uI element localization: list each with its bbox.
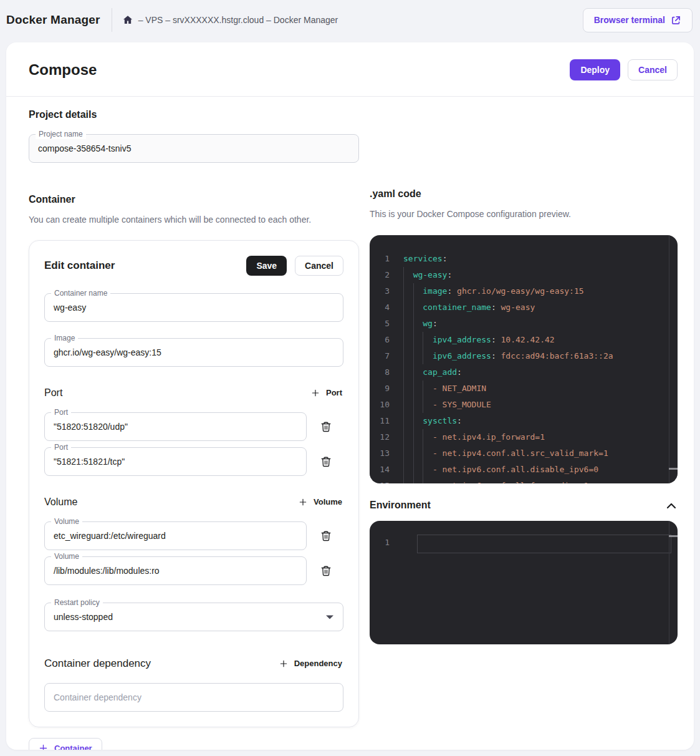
indent-guide	[403, 316, 404, 332]
line-number: 1	[370, 251, 403, 267]
breadcrumb: – VPS – srvXXXXXX.hstgr.cloud – Docker M…	[122, 14, 338, 26]
volume-section-title: Volume	[44, 497, 77, 508]
save-button[interactable]: Save	[246, 256, 287, 276]
image-value: ghcr.io/wg-easy/wg-easy:15	[54, 347, 161, 357]
environment-editor[interactable]: 1	[370, 521, 678, 644]
line-number: 13	[370, 445, 403, 462]
indent-guide	[423, 332, 423, 348]
container-dependency-placeholder: Container dependency	[54, 692, 141, 702]
edit-cancel-button[interactable]: Cancel	[295, 256, 343, 276]
line-number: 9	[370, 380, 403, 397]
yaml-code-line: 3image: ghcr.io/wg-easy/wg-easy:15	[370, 283, 678, 299]
restart-policy-value: unless-stopped	[54, 612, 113, 622]
page-cancel-button[interactable]: Cancel	[628, 59, 678, 80]
trash-icon	[320, 530, 332, 541]
indent-guide	[403, 332, 404, 348]
yaml-code-line: 4container_name: wg-easy	[370, 299, 678, 316]
indent-guide	[403, 462, 404, 478]
line-number: 3	[370, 283, 403, 299]
plus-icon	[39, 744, 48, 750]
volume-value: etc_wireguard:/etc/wireguard	[54, 531, 166, 541]
port-row: Port "51821:51821/tcp"	[44, 447, 343, 476]
indent-guide	[413, 332, 414, 348]
plus-icon	[311, 389, 320, 397]
page-title: Compose	[29, 61, 97, 79]
line-number: 15	[370, 478, 403, 483]
edit-container-card: Edit container Save Cancel Container nam…	[29, 240, 359, 727]
indent-guide	[403, 380, 404, 397]
indent-guide	[403, 299, 404, 316]
indent-guide	[413, 462, 414, 478]
restart-policy-label: Restart policy	[51, 598, 103, 608]
volume-field-2[interactable]: Volume /lib/modules:/lib/modules:ro	[44, 556, 307, 585]
indent-guide	[413, 445, 414, 462]
yaml-code-line: 5wg:	[370, 316, 678, 332]
home-icon[interactable]	[122, 14, 133, 26]
line-number: 6	[370, 332, 403, 348]
indent-guide	[403, 445, 404, 462]
top-bar: Docker Manager – VPS – srvXXXXXX.hstgr.c…	[0, 0, 700, 40]
volume-field-1[interactable]: Volume etc_wireguard:/etc/wireguard	[44, 521, 307, 550]
browser-terminal-button[interactable]: Browser terminal	[583, 8, 693, 32]
yaml-code-line: 8cap_add:	[370, 364, 678, 380]
add-port-button[interactable]: Port	[310, 385, 343, 400]
breadcrumb-text: – VPS – srvXXXXXX.hstgr.cloud – Docker M…	[138, 15, 338, 25]
indent-guide	[403, 267, 404, 283]
editor-scrollbar-thumb[interactable]	[669, 468, 678, 470]
add-volume-button[interactable]: Volume	[297, 495, 343, 509]
page-bottom-gutter	[0, 750, 700, 756]
deploy-button[interactable]: Deploy	[570, 59, 620, 80]
yaml-code-editor[interactable]: 1services:2wg-easy:3image: ghcr.io/wg-ea…	[370, 235, 678, 483]
chevron-down-icon	[325, 614, 334, 620]
delete-volume-button[interactable]	[319, 529, 333, 543]
delete-port-button[interactable]	[319, 420, 333, 434]
line-number: 10	[370, 397, 403, 413]
page-header: Compose Deploy Cancel	[6, 42, 694, 97]
line-number: 7	[370, 348, 403, 364]
line-number: 8	[370, 364, 403, 380]
editor-scrollbar-track[interactable]	[669, 235, 669, 483]
port-label: Port	[51, 408, 71, 417]
delete-volume-button[interactable]	[319, 564, 333, 578]
indent-guide	[403, 397, 404, 413]
indent-guide	[403, 348, 404, 364]
port-label: Port	[51, 443, 71, 452]
line-number: 1	[370, 535, 403, 551]
yaml-code-line: 15- net.ipv6.conf.all.forwarding=1	[370, 478, 678, 483]
port-section-title: Port	[44, 387, 62, 399]
container-dependency-field[interactable]: Container dependency	[44, 683, 343, 712]
indent-guide	[403, 364, 404, 380]
port-value: "51820:51820/udp"	[54, 422, 128, 432]
port-field-1[interactable]: Port "51820:51820/udp"	[44, 412, 307, 441]
add-dependency-button[interactable]: Dependency	[278, 656, 343, 671]
project-name-value: compose-358654-tsniv5	[38, 143, 131, 153]
project-name-field[interactable]: Project name compose-358654-tsniv5	[29, 134, 359, 163]
indent-guide	[413, 316, 414, 332]
collapse-environment-button[interactable]	[665, 501, 678, 510]
indent-guide	[413, 478, 414, 483]
yaml-code-line: 7ipv6_address: fdcc:ad94:bacf:61a3::2a	[370, 348, 678, 364]
project-details-title: Project details	[29, 109, 359, 120]
line-number: 4	[370, 299, 403, 316]
indent-guide	[403, 283, 404, 299]
indent-guide	[423, 397, 423, 413]
delete-port-button[interactable]	[319, 455, 333, 468]
trash-icon	[320, 565, 332, 576]
indent-guide	[403, 413, 404, 429]
restart-policy-select[interactable]: Restart policy unless-stopped	[44, 603, 343, 631]
add-container-button[interactable]: Container	[29, 738, 102, 750]
yaml-code-line: 14- net.ipv6.conf.all.disable_ipv6=0	[370, 462, 678, 478]
indent-guide	[413, 429, 414, 445]
port-field-2[interactable]: Port "51821:51821/tcp"	[44, 447, 307, 476]
yaml-code-lines: 1services:2wg-easy:3image: ghcr.io/wg-ea…	[370, 251, 678, 483]
container-name-field[interactable]: Container name wg-easy	[44, 293, 343, 322]
project-name-label: Project name	[36, 130, 86, 139]
edit-container-title: Edit container	[44, 259, 115, 272]
compose-page-card: Compose Deploy Cancel Project details Pr…	[6, 42, 694, 750]
image-field[interactable]: Image ghcr.io/wg-easy/wg-easy:15	[44, 338, 343, 367]
app-title: Docker Manager	[6, 13, 100, 27]
indent-guide	[423, 380, 423, 397]
add-port-label: Port	[326, 388, 342, 397]
indent-guide	[423, 429, 423, 445]
volume-row: Volume /lib/modules:/lib/modules:ro	[44, 556, 343, 585]
